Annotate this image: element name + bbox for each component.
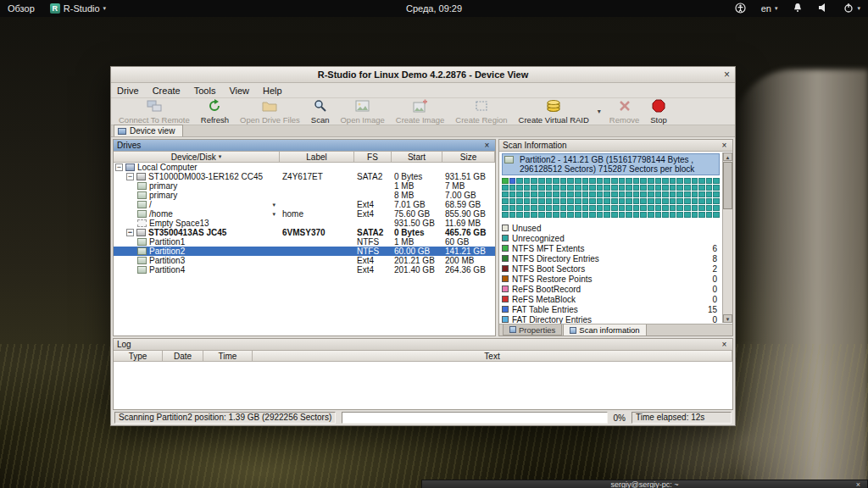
legend-label: Unrecognized [512, 234, 565, 243]
column-header-device-disk[interactable]: Device/Disk▾ [114, 152, 280, 163]
toolbar-button-connect-to-remote[interactable]: Connect To Remote [114, 99, 195, 124]
close-icon[interactable]: × [482, 141, 492, 150]
window-titlebar[interactable]: R-Studio for Linux Demo 4.2.2876 - Devic… [111, 67, 735, 83]
window-close-button[interactable]: × [724, 67, 730, 82]
scan-block [575, 185, 581, 191]
wallpaper-wolf [734, 69, 868, 488]
status-text: Scanning Partition2 position: 1.39 GB (2… [114, 412, 336, 424]
toolbar-dropdown-create-virtual-raid[interactable]: ▾ [595, 99, 604, 124]
tab-properties[interactable]: Properties [503, 324, 562, 336]
device-name: / [149, 200, 152, 209]
clock[interactable]: Среда, 09:29 [406, 3, 462, 14]
tree-expander-icon[interactable]: − [126, 173, 134, 180]
scan-block [589, 198, 596, 204]
disk-icon [136, 229, 146, 236]
toolbar-button-create-region[interactable]: Create Region [450, 99, 512, 124]
scan-block [516, 185, 523, 191]
drive-row-partition1[interactable]: Partition1NTFS1 MB60 GB [114, 237, 495, 247]
column-header-start[interactable]: Start [392, 152, 442, 163]
column-header-fs[interactable]: FS [354, 152, 392, 163]
close-icon[interactable]: × [720, 141, 729, 150]
menubar: DriveCreateToolsViewHelp [111, 83, 735, 97]
legend-swatch [502, 306, 509, 313]
terminal-window-titlebar[interactable]: sergiy@sergiy-pc: ~ × [421, 480, 868, 488]
log-panel-header[interactable]: Log × [114, 339, 732, 351]
toolbar-button-refresh[interactable]: Refresh [196, 99, 234, 124]
column-header-label[interactable]: Label [280, 152, 354, 163]
tree-expander-icon[interactable]: − [115, 164, 123, 171]
chevron-down-icon[interactable]: ▾ [219, 153, 222, 160]
log-column-header-text[interactable]: Text [253, 351, 732, 362]
scan-block [531, 185, 537, 191]
scan-selected-item[interactable]: Partition2 - 141.21 GB (151617798144 Byt… [502, 153, 720, 175]
scan-block-grid[interactable] [502, 178, 720, 218]
scan-block [553, 212, 559, 218]
drive-row-item[interactable]: /▾Ext47.01 GB68.59 GB [114, 200, 495, 209]
menu-tools[interactable]: Tools [194, 86, 216, 96]
column-header-size[interactable]: Size [442, 152, 495, 163]
scan-block [676, 191, 683, 197]
scan-block [626, 185, 632, 191]
volume-menu[interactable] [810, 0, 836, 17]
mount-point-dropdown-icon[interactable]: ▾ [272, 209, 277, 219]
menu-view[interactable]: View [229, 86, 249, 96]
menu-help[interactable]: Help [263, 86, 282, 96]
toolbar-button-scan[interactable]: Scan [306, 99, 335, 124]
empty-icon [137, 219, 147, 227]
drive-row-partition2[interactable]: Partition2NTFS60.00 GB141.21 GB [114, 247, 495, 256]
partition-icon [137, 210, 147, 218]
menu-drive[interactable]: Drive [117, 86, 139, 96]
start-cell: 1 MB [392, 237, 442, 247]
mount-point-dropdown-icon[interactable]: ▾ [272, 200, 277, 209]
scrollbar-thumb[interactable] [723, 162, 732, 209]
log-column-header-type[interactable]: Type [114, 351, 163, 362]
app-menu[interactable]: R R-Studio ▾ [42, 0, 114, 17]
drive-row-st3500413as-jc45[interactable]: −ST3500413AS JC456VMSY370SATA20 Bytes465… [114, 228, 495, 237]
toolbar-button-open-image[interactable]: Open Image [335, 99, 389, 124]
drive-row-st1000dm003-1er162-cc45[interactable]: −ST1000DM003-1ER162 CC45Z4Y617ETSATA20 B… [114, 172, 495, 181]
drive-row-home[interactable]: /home▾homeExt475.60 GB855.90 GB [114, 209, 495, 219]
log-column-header-time[interactable]: Time [203, 351, 253, 362]
drive-row-partition3[interactable]: Partition3Ext4201.21 GB200 MB [114, 256, 495, 265]
scan-block [575, 191, 581, 197]
scan-block [676, 185, 683, 191]
scan-block [567, 212, 574, 218]
scroll-down-button[interactable]: ▼ [723, 314, 732, 323]
size-cell: 11.69 MB [442, 219, 495, 228]
drive-row-primary[interactable]: primary8 MB7.00 GB [114, 191, 495, 200]
toolbar-button-stop[interactable]: Stop [645, 99, 672, 124]
scan-panel-header[interactable]: Scan Information × [499, 140, 732, 152]
menu-create[interactable]: Create [153, 86, 181, 96]
tab-device-view[interactable]: Device view [114, 125, 183, 136]
power-menu[interactable]: ▾ [836, 0, 868, 17]
scrollbar[interactable]: ▲ ▼ [722, 152, 732, 323]
accessibility-menu[interactable] [727, 0, 754, 17]
open-image-icon [355, 99, 370, 114]
close-icon[interactable]: × [720, 340, 729, 349]
scan-block [648, 185, 654, 191]
toolbar-button-create-virtual-raid[interactable]: Create Virtual RAID [514, 99, 594, 124]
notification-menu[interactable] [785, 0, 810, 17]
tab-scan-information[interactable]: Scan information [563, 324, 646, 336]
scan-block [531, 178, 537, 184]
drive-row-empty-space13[interactable]: Empty Space13931.50 GB11.69 MB [114, 219, 495, 228]
drive-row-primary[interactable]: primary1 MB7 MB [114, 181, 495, 191]
scroll-up-button[interactable]: ▲ [723, 152, 732, 161]
scan-block [516, 205, 523, 211]
tree-expander-icon[interactable]: − [126, 229, 134, 236]
scan-block [560, 205, 567, 211]
drive-row-local-computer[interactable]: −Local Computer [114, 163, 495, 172]
toolbar-button-open-drive-files[interactable]: Open Drive Files [235, 99, 305, 124]
drive-row-partition4[interactable]: Partition4Ext4201.40 GB264.36 GB [114, 265, 495, 274]
log-column-header-date[interactable]: Date [163, 351, 203, 362]
toolbar-button-remove[interactable]: Remove [604, 99, 644, 124]
toolbar-button-label: Create Virtual RAID [519, 115, 589, 125]
activities-button[interactable]: Обзор [0, 0, 42, 17]
toolbar-button-create-image[interactable]: Create Image [391, 99, 450, 124]
column-header-label: Date [174, 352, 192, 361]
terminal-close-button[interactable]: × [856, 480, 860, 488]
language-menu[interactable]: en ▾ [754, 0, 786, 17]
label-cell [280, 265, 354, 274]
drives-panel-header[interactable]: Drives × [114, 140, 495, 152]
scan-block [524, 198, 531, 204]
